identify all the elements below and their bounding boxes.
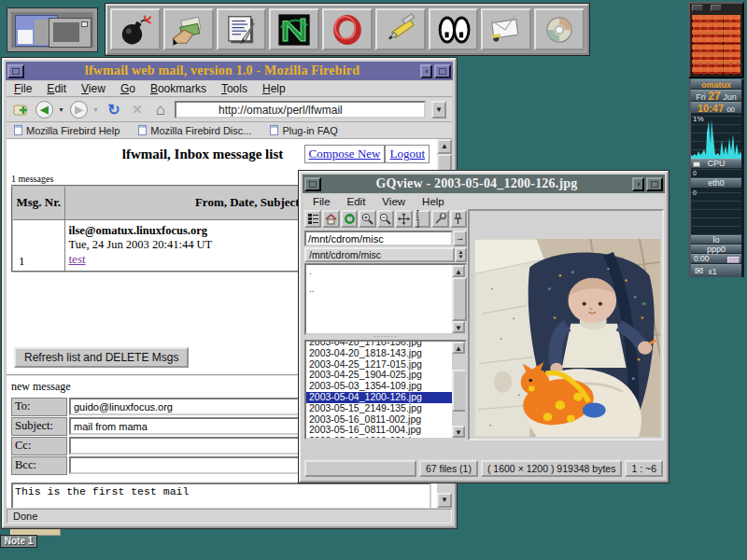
menu-tools[interactable]: Tools [221, 82, 247, 95]
dir-entry-dotdot[interactable]: .. [309, 284, 462, 294]
back-button[interactable]: ◀ [35, 101, 53, 119]
iconify-button[interactable] [420, 64, 432, 78]
path-go-button[interactable]: → [453, 231, 467, 246]
bookmark-firebird-help[interactable]: Mozilla Firebird Help [14, 125, 120, 136]
scroll-down-arrow[interactable]: ▼ [437, 493, 452, 508]
image-view-pane [468, 209, 664, 441]
url-input[interactable] [175, 101, 426, 119]
dock-button-document-editor[interactable] [217, 8, 267, 50]
dock-button-opera[interactable] [322, 8, 373, 50]
bookmark-plugin-faq[interactable]: Plug-in FAQ [270, 125, 337, 136]
forward-dropdown[interactable]: ▼ [92, 106, 100, 113]
timer-button[interactable] [727, 257, 740, 263]
scroll-up-arrow[interactable]: ▲ [452, 265, 465, 277]
scrollbar-thumb[interactable] [452, 370, 467, 412]
thumbnail-list-button[interactable] [304, 210, 321, 228]
float-pin-button[interactable] [450, 210, 467, 228]
url-dropdown[interactable]: ▼ [431, 101, 446, 119]
back-dropdown[interactable]: ▼ [58, 106, 65, 113]
dock-button-mail[interactable] [481, 8, 531, 50]
stop-button[interactable]: ✕ [128, 101, 147, 119]
window-menu-button[interactable] [304, 177, 321, 191]
pen-tool-icon [383, 12, 418, 48]
compose-new-link[interactable]: Compose New [309, 147, 381, 161]
note-title-tag[interactable]: Note 1 [0, 535, 37, 548]
fit-window-icon [398, 213, 410, 225]
desktop-pager[interactable] [7, 8, 97, 51]
dock-button-netscape[interactable] [269, 8, 319, 50]
menu-file[interactable]: File [14, 82, 32, 95]
new-tab-button[interactable] [12, 101, 31, 119]
dock-button-cdrom[interactable] [534, 8, 585, 50]
maximize-button[interactable] [434, 64, 451, 78]
gqview-titlebar[interactable]: GQview - 2003-05-04_1200-126.jpg [303, 175, 665, 193]
page-actions: Compose New Logout [304, 145, 430, 163]
browser-titlebar[interactable]: lfwmail web mail, version 1.0 - Mozilla … [6, 62, 453, 80]
dock-button-hand-money[interactable] [163, 8, 214, 50]
widget-button[interactable] [711, 5, 722, 11]
clock-panel: 10:47 00 [691, 102, 741, 114]
status-file-count: 67 files (1) [419, 460, 478, 477]
refresh-button[interactable] [341, 210, 358, 228]
forward-button[interactable]: ▶ [70, 101, 88, 119]
file-row[interactable]: 2003-05-16_1810-021.jpg [306, 436, 452, 440]
scrollbar-thumb[interactable] [452, 277, 467, 321]
dock-button-bomb[interactable] [110, 8, 161, 50]
home-button[interactable] [322, 210, 339, 228]
document-editor-icon [223, 12, 259, 48]
home-button[interactable]: ⌂ [151, 101, 170, 119]
fire-monitor-widget [688, 2, 744, 78]
gqview-statusbar: 67 files (1) ( 1600 × 1200 ) 919348 byte… [303, 459, 664, 478]
hostname-panel: omatux [691, 79, 741, 90]
file-row[interactable]: 2003-05-15_2149-135.jpg [306, 403, 452, 414]
logout-link[interactable]: Logout [389, 147, 425, 161]
configure-button[interactable] [431, 210, 448, 228]
window-menu-button[interactable] [7, 64, 24, 78]
dir-scrollbar[interactable]: ▲ ▼ [452, 265, 465, 333]
reload-button[interactable]: ↻ [105, 101, 123, 119]
zoom-one-to-one-button[interactable]: [ ] [414, 210, 430, 228]
menu-edit[interactable]: Edit [47, 82, 66, 95]
dock-button-pen-tool[interactable] [375, 8, 426, 50]
zoom-out-icon [379, 213, 391, 225]
file-row-selected[interactable]: 2003-05-04_1200-126.jpg [306, 392, 452, 403]
bomb-icon [118, 12, 153, 48]
menu-help[interactable]: Help [422, 196, 444, 207]
msg-subject-link[interactable]: test [69, 252, 86, 266]
widget-button[interactable] [692, 5, 703, 11]
refresh-delete-button[interactable]: Refresh list and DELETE Msgs [14, 347, 189, 368]
cpu-krell-slider[interactable] [693, 161, 700, 167]
message-body-textarea[interactable]: This is the first test mail [11, 483, 431, 508]
menu-help[interactable]: Help [262, 82, 286, 95]
zoom-fit-button[interactable] [395, 210, 412, 228]
dir-entry-dot[interactable]: . [309, 266, 462, 276]
menu-view[interactable]: View [382, 196, 405, 207]
bookmark-firebird-discussion[interactable]: Mozilla Firebird Disc... [138, 125, 251, 136]
path-input[interactable] [304, 231, 453, 246]
file-row[interactable]: 2003-04-20_1818-143.jpg [306, 348, 452, 359]
path-combo[interactable]: /mnt/cdrom/misc [304, 247, 455, 262]
status-image-size: ( 1600 × 1200 ) 919348 bytes [481, 460, 622, 477]
menu-file[interactable]: File [313, 196, 331, 207]
scroll-up-arrow[interactable]: ▲ [452, 342, 465, 354]
mail-count: x1 [708, 267, 717, 276]
maximize-button[interactable] [646, 177, 663, 191]
fire-widget-header [690, 4, 742, 13]
menu-edit[interactable]: Edit [347, 196, 366, 207]
scroll-up-arrow[interactable]: ▲ [437, 139, 452, 154]
menu-bookmarks[interactable]: Bookmarks [150, 82, 206, 95]
menu-go[interactable]: Go [120, 82, 135, 95]
zoom-in-button[interactable] [359, 210, 375, 228]
scroll-down-arrow[interactable]: ▼ [452, 321, 465, 333]
dock-button-xeyes[interactable] [429, 8, 479, 50]
file-list: 2003-04-20_1710-136.jpg 2003-04-20_1818-… [306, 340, 452, 440]
combo-spinner[interactable]: ▲▼ [455, 247, 467, 262]
wrench-icon [434, 213, 446, 225]
scroll-down-arrow[interactable]: ▼ [452, 426, 465, 438]
menu-view[interactable]: View [81, 82, 106, 95]
browser-title: lfwmail web mail, version 1.0 - Mozilla … [26, 63, 418, 78]
iconify-button[interactable] [632, 177, 644, 191]
pager-mini-window-viewer[interactable] [49, 18, 92, 48]
zoom-out-button[interactable] [377, 210, 394, 228]
file-scrollbar[interactable]: ▲ ▼ [452, 342, 465, 438]
